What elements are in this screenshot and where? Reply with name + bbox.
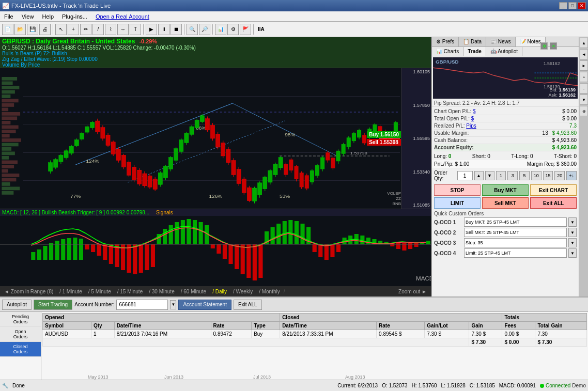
play-button[interactable]: ▶ [146,24,157,35]
price-label-2: 1.57850 [401,103,431,108]
chart-close-btn[interactable]: ✕ [550,42,557,50]
realized-pl-link[interactable]: Pips [466,123,476,129]
cursor-button[interactable]: ↖ [55,24,67,35]
pause-button[interactable]: ⏸ [158,24,169,35]
indicators-button[interactable]: 📊 [215,24,226,35]
preset-1[interactable]: 1 [496,171,506,180]
tab-data[interactable]: 📋 Data [459,37,486,46]
open-orders-tab[interactable]: OpenOrders [0,327,41,342]
oco-input-4[interactable] [464,248,567,258]
oco-input-1[interactable] [464,217,567,227]
exit-all-button[interactable]: Exit ALL [530,197,577,209]
menu-help[interactable]: Help [40,13,56,20]
buy-mkt-button[interactable]: Buy MKT [482,184,529,196]
preset-5[interactable]: 5 [519,171,530,180]
minimize-button[interactable]: _ [559,2,567,9]
rs-btn-4[interactable]: + [580,72,588,82]
tf-15min[interactable]: / 15 Minute [115,288,145,295]
account-number-input[interactable] [116,300,168,310]
account-dropdown-btn[interactable]: ▼ [170,300,176,309]
account-statement-btn[interactable]: Account Statement [178,300,231,310]
draw-button[interactable]: ✏ [80,24,91,35]
preset-10[interactable]: 10 [531,171,541,180]
preset-15[interactable]: 15 [543,171,553,180]
tab-news[interactable]: 📰 News [486,37,516,46]
exit-chart-button[interactable]: Exit CHART [530,184,577,196]
tf-monthly[interactable]: / Monthly [256,288,283,295]
fib-button[interactable]: ⌇ [105,24,116,35]
oco-arrow-4[interactable]: ▼ [568,248,577,258]
close-button[interactable]: ✕ [578,2,586,9]
tf-weekly[interactable]: / Weekly [230,288,255,295]
chart-settings-btn[interactable]: ⚙ [540,42,548,50]
trend-button[interactable]: / [92,24,104,35]
total-pl-link[interactable]: $ [471,116,474,121]
limit-button[interactable]: LIMIT [434,197,481,209]
oco-input-3[interactable] [464,238,567,247]
zoom-in-label[interactable]: ◄ Zoom in [4,289,29,294]
qty-down-btn[interactable]: ▼ [485,171,494,180]
crosshair-button[interactable]: + [68,24,79,35]
settings-button[interactable]: ⚙ [227,24,239,35]
preset-3[interactable]: 3 [507,171,518,180]
tab-prefs[interactable]: ⚙ Prefs [432,37,459,46]
svg-rect-202 [169,225,173,244]
menu-open-account[interactable]: Open a Real Account [94,13,151,20]
text-button[interactable]: T [130,24,141,35]
menu-file[interactable]: File [2,13,16,20]
subtab-charts[interactable]: 📊 Charts [432,47,463,56]
svg-rect-14 [2,138,21,142]
closed-orders-tab[interactable]: ClosedOrders [0,342,41,357]
maximize-button[interactable]: □ [568,2,577,9]
open-button[interactable]: 📂 [14,24,26,35]
tf-5min[interactable]: / 5 Minute [86,288,114,295]
stop-button[interactable]: STOP [434,184,481,196]
exit-all-bottom-btn[interactable]: Exit ALL [234,300,262,310]
measure-button[interactable]: ↔ [117,24,129,35]
rs-btn-5[interactable]: - [580,83,588,93]
svg-rect-211 [223,244,227,259]
tf-daily[interactable]: / Daily [210,288,229,295]
rs-btn-2[interactable]: ◄ [580,49,588,59]
right-panel: ⚙ Prefs 📋 Data 📰 News 📝 Notes 📊 Charts [431,37,579,296]
rs-btn-3[interactable]: ► [580,60,588,71]
tf-1min[interactable]: / 1 Minute [57,288,85,295]
stop-button-tb[interactable]: ⏹ [171,24,182,35]
tf-60min[interactable]: / 60 Minute [178,288,209,295]
rs-btn-7[interactable]: ⊕ [580,106,588,116]
sell-mkt-button[interactable]: Sell MKT [482,197,529,209]
new-button[interactable]: 📄 [2,24,13,35]
start-trading-btn[interactable]: Start Trading [34,300,72,310]
oco-arrow-2[interactable]: ▼ [568,228,577,237]
menu-view[interactable]: View [20,13,36,20]
subtab-trade[interactable]: Trade [463,47,486,56]
menu-plugins[interactable]: Plug-ins... [60,13,89,20]
zoom-out-button[interactable]: 🔎 [199,24,210,35]
order-qty-input[interactable] [457,171,473,180]
print-button[interactable]: 🖨 [39,24,51,35]
tf-30min[interactable]: / 30 Minute [146,288,177,295]
zoom-in-button[interactable]: 🔍 [187,24,198,35]
rs-btn-1[interactable]: ▲ [580,38,588,48]
svg-rect-8 [2,112,20,116]
status-connected: Connected Demo [540,383,586,388]
chart-indicator1: Bulls 'n Bears (P) 72: Bullish [2,51,196,56]
flag-button[interactable]: 🚩 [240,24,251,35]
rs-btn-6[interactable]: ▼ [580,95,588,105]
chart-pl-link[interactable]: $ [473,108,476,114]
preset-20[interactable]: 20 [554,171,565,180]
save-button[interactable]: 💾 [27,24,38,35]
svg-rect-104 [205,119,209,130]
svg-rect-19 [2,161,18,164]
oco-arrow-1[interactable]: ▼ [568,217,577,227]
position-row: Long: 0 Short: 0 T-Long: 0 T-Short: 0 [432,152,579,160]
subtab-autopilot[interactable]: 🤖 Autopilot [486,47,522,56]
qty-up-btn[interactable]: ▲ [474,171,484,180]
autopilot-btn[interactable]: Autopilot [2,300,32,310]
pending-orders-tab[interactable]: PendingOrders [0,312,41,327]
svg-rect-62 [96,121,100,132]
zoom-out-label[interactable]: Zoom out ► [398,289,427,294]
preset-special[interactable]: +↓ [566,171,577,180]
oco-input-2[interactable] [464,228,567,237]
oco-arrow-3[interactable]: ▼ [568,238,577,247]
